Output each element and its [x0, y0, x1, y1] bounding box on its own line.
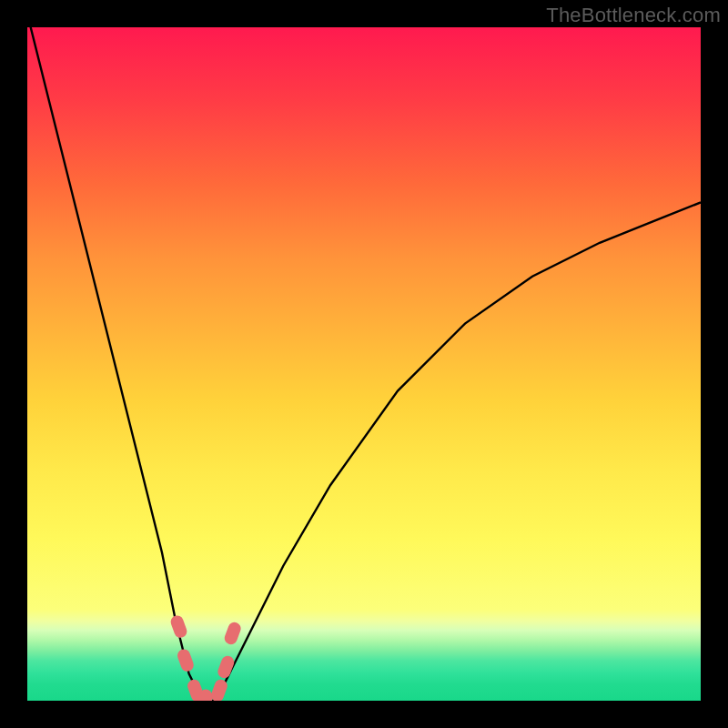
uncertainty-markers: [177, 622, 235, 701]
marker-dot: [217, 686, 221, 695]
bottleneck-curve: [27, 27, 701, 701]
outer-frame: TheBottleneck.com: [0, 0, 728, 728]
marker-dot: [231, 629, 235, 638]
marker-dot: [194, 686, 197, 695]
watermark-text: TheBottleneck.com: [546, 4, 721, 27]
marker-dot: [184, 655, 187, 664]
marker-dot: [177, 622, 181, 631]
curve-layer: [27, 27, 701, 701]
plot-area: [27, 27, 701, 701]
marker-dot: [224, 662, 228, 672]
